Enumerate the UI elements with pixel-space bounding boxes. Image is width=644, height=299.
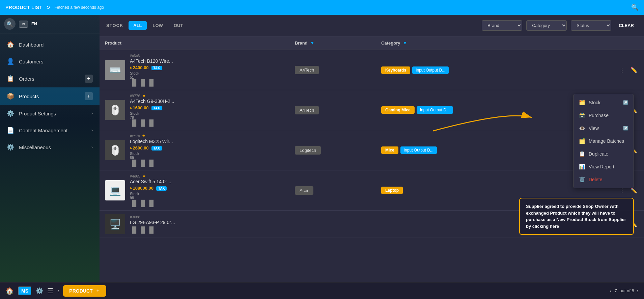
product-cell: 🖱️ #ce7b ★ Logitech M325 Wir... ৳ 2600.0… [100, 130, 289, 170]
pagination-prev[interactable]: ‹ [610, 288, 612, 294]
orders-label: Orders [19, 76, 80, 82]
tax-badge: TAX [151, 106, 162, 110]
brand-filter[interactable]: Brand [482, 20, 522, 31]
barcode-icon[interactable]: ▐▌▐▌▐▌ [130, 160, 156, 166]
main-layout: 🔍 বাং EN 🏠 Dashboard 👤 Customers 📋 Order… [0, 15, 644, 282]
miscellaneous-label: Miscellaneous [19, 144, 87, 150]
bottom-pagination: ‹ 7 out of 8 › [610, 288, 639, 294]
sidebar-lang-en[interactable]: EN [31, 22, 37, 26]
search-icon[interactable]: 🔍 [631, 4, 639, 11]
sidebar-item-miscellaneous[interactable]: ⚙️ Miscellaneous › [0, 139, 100, 156]
sidebar-item-orders[interactable]: 📋 Orders + [0, 70, 100, 87]
barcode-icon[interactable]: ▐▌▐▌▐▌ [130, 79, 156, 86]
dropdown-item-duplicate[interactable]: 📋 Duplicate [573, 147, 634, 160]
bottom-settings-button[interactable]: ⚙️ [36, 287, 43, 295]
table-row: 🖱️ #9776 ★ A4Tech G9-330H-2... ৳ 1600.00… [100, 90, 644, 130]
filter-tab-low[interactable]: LOW [148, 21, 168, 30]
purchase-menu-icon: 🗃️ [579, 112, 585, 118]
star-icon: ★ [142, 93, 146, 98]
barcode-icon[interactable]: ▐▌▐▌▐▌ [130, 226, 156, 233]
products-label: Products [19, 93, 80, 99]
products-icon: 📦 [7, 92, 14, 100]
duplicate-menu-label: Duplicate [589, 151, 608, 157]
clear-button[interactable]: CLEAR [615, 21, 637, 30]
refresh-icon[interactable]: ↻ [46, 5, 50, 10]
content-area: STOCK ALLLOWOUT Brand Category Status CL… [100, 15, 644, 282]
bottom-back-button[interactable]: ‹ [57, 288, 59, 294]
products-add-button[interactable]: + [85, 92, 93, 100]
barcode-icon[interactable]: ▐▌▐▌▐▌ [130, 200, 156, 207]
product-settings-chevron-icon: › [91, 111, 93, 116]
delete-menu-icon: 🗑️ [579, 176, 585, 183]
tax-badge: TAX [156, 186, 167, 191]
orders-add-button[interactable]: + [85, 75, 93, 83]
product-sku: #9776 ★ [130, 93, 174, 98]
col-brand: Brand ▼ [289, 36, 376, 50]
customers-icon: 👤 [7, 58, 14, 65]
category-filter-icon[interactable]: ▼ [403, 40, 407, 46]
fetched-label: Fetched a few seconds ago [54, 5, 104, 10]
view-menu-label: View [589, 126, 599, 131]
stock-external-icon: ↗️ [623, 100, 628, 105]
sidebar-item-content-management[interactable]: 📄 Content Management › [0, 122, 100, 139]
filter-tab-out[interactable]: OUT [169, 21, 188, 30]
sidebar-lang-bd[interactable]: বাং [19, 21, 28, 28]
product-name: Acer Swift 5 14.0"... [130, 179, 171, 184]
pagination-info: 7 out of 8 [614, 288, 634, 293]
more-options-button[interactable]: ⋮ [618, 65, 626, 75]
product-sku: #ce7b ★ [130, 134, 173, 138]
actions-cell: ⋮ ✏️ [569, 50, 644, 90]
brand-badge: A4Tech [295, 66, 319, 74]
tax-badge: TAX [151, 146, 162, 151]
brand-filter-icon[interactable]: ▼ [310, 40, 314, 46]
star-icon: ★ [142, 134, 145, 138]
product-info: #9776 ★ A4Tech G9-330H-2... ৳ 1600.00 TA… [130, 93, 174, 127]
delete-menu-label: Delete [589, 177, 602, 182]
col-actions [569, 36, 644, 50]
dropdown-item-purchase[interactable]: 🗃️ Purchase [573, 109, 634, 122]
sidebar-search-button[interactable]: 🔍 [4, 18, 16, 30]
product-info: #c6c6 A4Tech B120 Wire... ৳ 2400.00 TAX … [130, 54, 173, 86]
brand-cell: Logitech [289, 130, 376, 170]
customers-label: Customers [19, 59, 93, 64]
pagination-next[interactable]: › [637, 288, 639, 294]
view-report-menu-label: View Report [589, 164, 614, 169]
edit-button[interactable]: ✏️ [629, 65, 639, 75]
sidebar-item-dashboard[interactable]: 🏠 Dashboard [0, 36, 100, 53]
filter-tab-all[interactable]: ALL [129, 21, 146, 30]
category-cell: MiceInput Output D... [376, 130, 569, 170]
status-filter[interactable]: Status [571, 20, 611, 31]
dashboard-label: Dashboard [19, 42, 93, 48]
sidebar-item-product-settings[interactable]: ⚙️ Product Settings › [0, 105, 100, 122]
product-image: 🖥️ [105, 214, 125, 234]
dropdown-item-view-report[interactable]: 📊 View Report [573, 160, 634, 173]
dropdown-item-stock[interactable]: 🗂️ Stock ↗️ [573, 96, 634, 109]
filter-selects: Brand Category Status CLEAR [482, 20, 637, 31]
bottom-menu-button[interactable]: ☰ [47, 287, 53, 295]
category-filter[interactable]: Category [526, 20, 567, 31]
sidebar-item-products[interactable]: 📦 Products + [0, 87, 100, 105]
product-table-wrapper[interactable]: Product Brand ▼ Category ▼ [100, 36, 644, 282]
dropdown-item-delete[interactable]: 🗑️ Delete [573, 173, 634, 186]
col-category: Category ▼ [376, 36, 569, 50]
product-cell: 💻 #4e65 ★ Acer Swift 5 14.0"... ৳ 108000… [100, 170, 289, 211]
miscellaneous-icon: ⚙️ [7, 143, 14, 151]
product-info: #ce7b ★ Logitech M325 Wir... ৳ 2600.00 T… [130, 134, 173, 167]
bottom-product-button[interactable]: PRODUCT ＋ [63, 285, 106, 297]
product-image: 🖱️ [105, 100, 125, 120]
bottom-bar: 🏠 MS ⚙️ ☰ ‹ PRODUCT ＋ ‹ 7 out of 8 › [0, 282, 644, 299]
sidebar-item-customers[interactable]: 👤 Customers [0, 53, 100, 70]
dropdown-item-manage-batches[interactable]: 🗂️ Manage Batches [573, 135, 634, 147]
product-name: A4Tech G9-330H-2... [130, 99, 174, 104]
brand-badge: A4Tech [295, 106, 319, 114]
dropdown-menu: 🗂️ Stock ↗️ 🗃️ Purchase 👁️ View ↗️ 🗂️ Ma… [573, 94, 634, 188]
product-info: #4e65 ★ Acer Swift 5 14.0"... ৳ 108000.0… [130, 174, 171, 207]
bottom-logo-button[interactable]: MS [18, 287, 32, 295]
barcode-icon[interactable]: ▐▌▐▌▐▌ [130, 119, 156, 126]
dropdown-item-view[interactable]: 👁️ View ↗️ [573, 122, 634, 135]
product-info: #3088 LG 29EA93-P 29.0"... ▐▌▐▌▐▌ [130, 215, 175, 234]
product-name: LG 29EA93-P 29.0"... [130, 220, 175, 225]
brand-cell [289, 211, 376, 238]
bottom-home-button[interactable]: 🏠 [5, 287, 14, 295]
brand-badge: Logitech [295, 146, 321, 155]
